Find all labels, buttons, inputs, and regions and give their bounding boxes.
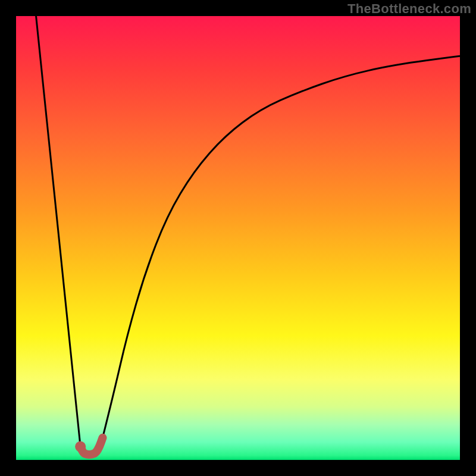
watermark-text: TheBottleneck.com (347, 1, 471, 17)
curve-right (102, 56, 460, 438)
chart-svg (16, 16, 460, 460)
curve-group (36, 16, 460, 455)
plot-area (16, 16, 460, 460)
curve-left (36, 16, 81, 447)
chart-container: TheBottleneck.com (0, 0, 476, 476)
valley-marker (75, 441, 86, 452)
